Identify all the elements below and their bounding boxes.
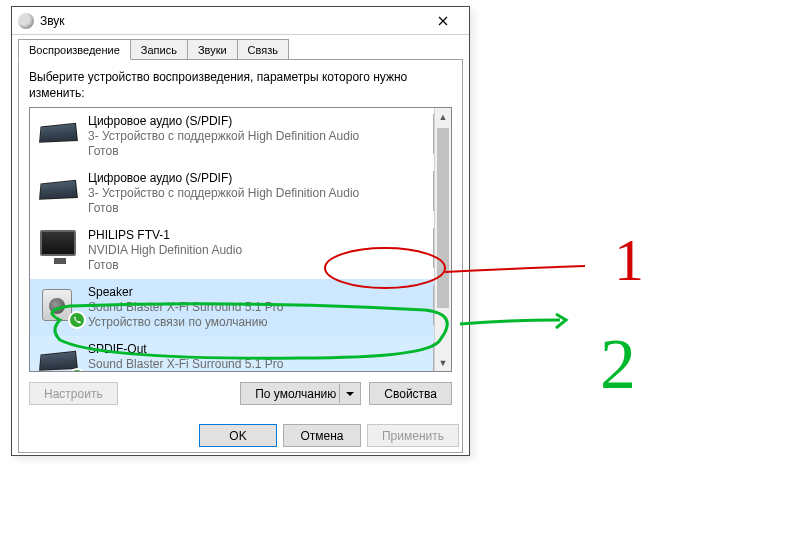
device-row[interactable]: PHILIPS FTV-1 NVIDIA High Definition Aud… bbox=[30, 222, 451, 279]
sound-icon bbox=[18, 13, 34, 29]
playback-panel: Выберите устройство воспроизведения, пар… bbox=[18, 59, 463, 453]
device-status: Устройство связи по умолчанию bbox=[88, 315, 427, 330]
tab-communications[interactable]: Связь bbox=[237, 39, 289, 59]
speaker-icon bbox=[34, 285, 82, 325]
close-button[interactable] bbox=[423, 10, 463, 32]
set-default-button[interactable]: По умолчанию bbox=[240, 382, 361, 405]
device-sub: 3- Устройство с поддержкой High Definiti… bbox=[88, 129, 427, 144]
device-status: Готов bbox=[88, 258, 427, 273]
device-sub: Sound Blaster X-Fi Surround 5.1 Pro bbox=[88, 300, 427, 315]
properties-button[interactable]: Свойства bbox=[369, 382, 452, 405]
device-row[interactable]: Цифровое аудио (S/PDIF) 3- Устройство с … bbox=[30, 165, 451, 222]
device-list-scrollbar[interactable]: ▲ ▼ bbox=[434, 108, 451, 371]
monitor-icon bbox=[34, 228, 82, 268]
default-comm-badge-icon bbox=[68, 311, 86, 329]
device-list[interactable]: Цифровое аудио (S/PDIF) 3- Устройство с … bbox=[29, 107, 452, 372]
scroll-thumb[interactable] bbox=[437, 128, 449, 308]
device-name: Цифровое аудио (S/PDIF) bbox=[88, 114, 427, 129]
tab-playback[interactable]: Воспроизведение bbox=[18, 39, 131, 60]
device-row-speaker[interactable]: Speaker Sound Blaster X-Fi Surround 5.1 … bbox=[30, 279, 451, 336]
annotation-label-1: 1 bbox=[614, 227, 644, 293]
device-row[interactable]: Цифровое аудио (S/PDIF) 3- Устройство с … bbox=[30, 108, 451, 165]
device-sub: NVIDIA High Definition Audio bbox=[88, 243, 427, 258]
sound-dialog: Звук Воспроизведение Запись Звуки Связь … bbox=[11, 6, 470, 456]
device-status: Готов bbox=[88, 144, 427, 159]
cancel-button[interactable]: Отмена bbox=[283, 424, 361, 447]
set-default-label: По умолчанию bbox=[255, 387, 336, 401]
dialog-title: Звук bbox=[40, 14, 423, 28]
device-status: Готов bbox=[88, 201, 427, 216]
scroll-down-icon[interactable]: ▼ bbox=[435, 354, 451, 371]
spdif-icon bbox=[34, 114, 82, 154]
ok-button[interactable]: OK bbox=[199, 424, 277, 447]
device-name: Цифровое аудио (S/PDIF) bbox=[88, 171, 427, 186]
device-name: PHILIPS FTV-1 bbox=[88, 228, 427, 243]
spdif-icon bbox=[34, 171, 82, 211]
configure-button[interactable]: Настроить bbox=[29, 382, 118, 405]
device-sub: Sound Blaster X-Fi Surround 5.1 Pro bbox=[88, 357, 427, 372]
titlebar[interactable]: Звук bbox=[12, 7, 469, 35]
close-icon bbox=[438, 16, 448, 26]
instruction-text: Выберите устройство воспроизведения, пар… bbox=[29, 70, 452, 101]
tab-strip: Воспроизведение Запись Звуки Связь bbox=[12, 35, 469, 59]
apply-button[interactable]: Применить bbox=[367, 424, 459, 447]
annotation-label-2: 2 bbox=[600, 324, 636, 404]
device-sub: 3- Устройство с поддержкой High Definiti… bbox=[88, 186, 427, 201]
device-row-spdif-out[interactable]: SPDIF-Out Sound Blaster X-Fi Surround 5.… bbox=[30, 336, 451, 372]
device-name: Speaker bbox=[88, 285, 427, 300]
default-device-badge-icon bbox=[68, 368, 86, 372]
tab-recording[interactable]: Запись bbox=[130, 39, 188, 59]
tab-sounds[interactable]: Звуки bbox=[187, 39, 238, 59]
device-name: SPDIF-Out bbox=[88, 342, 427, 357]
spdif-icon bbox=[34, 342, 82, 372]
scroll-up-icon[interactable]: ▲ bbox=[435, 108, 451, 125]
